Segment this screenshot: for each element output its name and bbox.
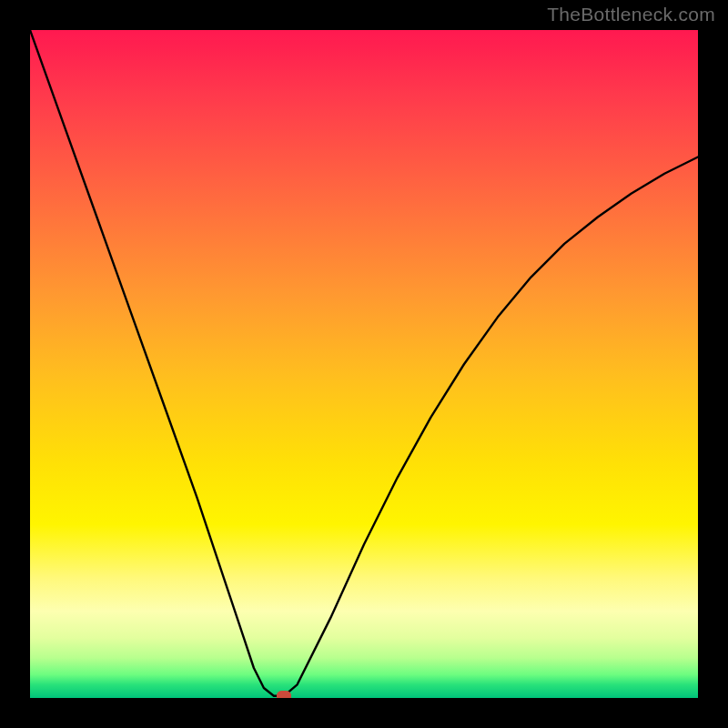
curve-path xyxy=(30,30,698,696)
watermark-text: TheBottleneck.com xyxy=(547,4,715,25)
optimal-point-marker xyxy=(277,691,291,698)
bottleneck-curve xyxy=(30,30,698,698)
chart-frame: TheBottleneck.com xyxy=(0,0,728,728)
plot-area xyxy=(30,30,698,698)
